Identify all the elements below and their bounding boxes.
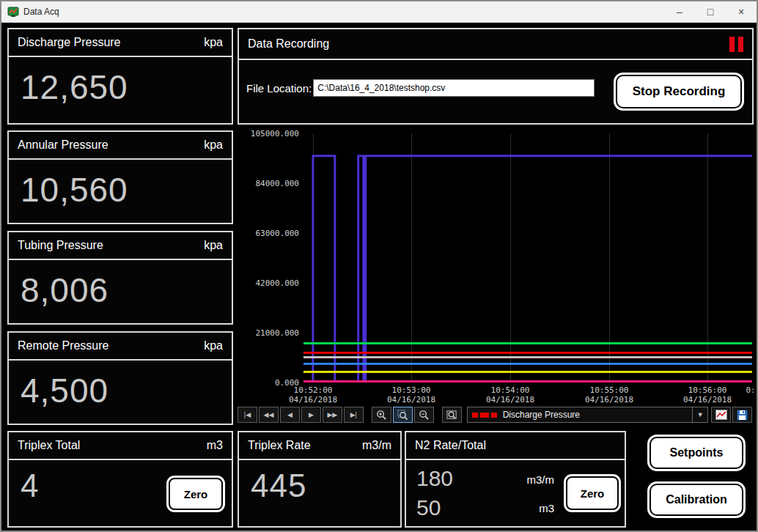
chart-fast-back-button[interactable]: ◀◀ bbox=[259, 407, 279, 423]
chart-toolbar: |◀ ◀◀ ◀ ▶ ▶▶ ▶| bbox=[238, 406, 752, 424]
discharge-pressure-panel: Discharge Pressure kpa 12,650 bbox=[7, 28, 233, 125]
chart-save-button[interactable] bbox=[732, 407, 752, 423]
n2-zero-button[interactable]: Zero bbox=[566, 476, 619, 510]
panel-header: Triplex Total m3 bbox=[9, 432, 232, 460]
panel-title: Discharge Pressure bbox=[18, 36, 121, 49]
gauge-value: 10,560 bbox=[21, 170, 128, 210]
trace-magenta bbox=[303, 380, 752, 383]
panel-header: Remote Pressure kpa bbox=[9, 333, 232, 361]
annular-pressure-panel: Annular Pressure kpa 10,560 bbox=[7, 130, 233, 224]
chart-last-button[interactable]: ▶| bbox=[344, 407, 364, 423]
tubing-pressure-panel: Tubing Pressure kpa 8,006 bbox=[7, 231, 233, 325]
y-tick-label: 105000.000 bbox=[251, 129, 299, 138]
triplex-rate-panel: Triplex Rate m3/m 445 bbox=[238, 431, 402, 528]
panel-title: Tubing Pressure bbox=[18, 239, 103, 252]
app-icon bbox=[7, 6, 19, 18]
panel-unit: kpa bbox=[204, 339, 223, 352]
gauge-value: 4 bbox=[21, 468, 39, 504]
x-tick-label: 10:53:0004/16/2018 bbox=[387, 385, 435, 404]
plot-area[interactable] bbox=[303, 133, 752, 383]
panel-header: Discharge Pressure kpa bbox=[9, 29, 232, 57]
minimize-button[interactable]: – bbox=[664, 1, 695, 22]
chart-fast-forward-button[interactable]: ▶▶ bbox=[323, 407, 342, 423]
chart-back-button[interactable]: ◀ bbox=[280, 407, 300, 423]
file-location-row: File Location: bbox=[246, 79, 595, 97]
title-bar: Data Acq – □ × bbox=[1, 1, 757, 23]
zoom-box-icon bbox=[397, 410, 408, 421]
step-trace-layer bbox=[303, 133, 752, 383]
y-tick-label: 84000.000 bbox=[255, 179, 299, 188]
remote-pressure-panel: Remote Pressure kpa 4,500 bbox=[7, 331, 233, 425]
file-location-label: File Location: bbox=[246, 82, 312, 95]
panel-header: Triplex Rate m3/m bbox=[239, 432, 400, 460]
panel-unit: kpa bbox=[204, 36, 223, 49]
gauge-value: 445 bbox=[251, 468, 306, 504]
panel-title: Triplex Total bbox=[18, 439, 80, 452]
chart-forward-button[interactable]: ▶ bbox=[301, 407, 321, 423]
trace-remote-pressure bbox=[303, 371, 752, 373]
zoom-box-button[interactable] bbox=[393, 407, 413, 423]
trace-tubing-pressure bbox=[303, 363, 752, 365]
y-tick-label: 21000.000 bbox=[255, 328, 299, 338]
pause-bar bbox=[738, 37, 743, 52]
n2-rate-unit: m3/m bbox=[527, 473, 555, 486]
n2-total-unit: m3 bbox=[539, 502, 554, 514]
close-button[interactable]: × bbox=[726, 1, 757, 22]
trace-purple-step bbox=[303, 156, 752, 383]
zoom-in-icon bbox=[376, 410, 387, 421]
chart-image-button[interactable] bbox=[711, 407, 731, 423]
n2-rate-value: 180 bbox=[416, 466, 453, 491]
trace-annular-pressure bbox=[303, 356, 752, 358]
gauge-value: 8,006 bbox=[21, 270, 108, 310]
window-title: Data Acq bbox=[23, 7, 59, 17]
file-location-input[interactable] bbox=[313, 79, 595, 97]
trace-discharge-pressure bbox=[303, 352, 752, 354]
trace-green bbox=[303, 342, 752, 344]
legend-label: Discharge Pressure bbox=[503, 410, 580, 420]
legend-color-sample bbox=[472, 413, 497, 418]
legend-combo[interactable]: Discharge Pressure ▼ bbox=[467, 407, 709, 423]
panel-header: N2 Rate/Total bbox=[406, 432, 625, 460]
panel-unit: kpa bbox=[204, 239, 223, 252]
setpoints-button[interactable]: Setpoints bbox=[650, 437, 743, 469]
panel-title: N2 Rate/Total bbox=[415, 439, 486, 452]
window-controls: – □ × bbox=[664, 1, 757, 22]
panel-unit: kpa bbox=[204, 138, 223, 152]
gauge-value: 4,500 bbox=[21, 371, 108, 410]
zoom-out-icon bbox=[419, 410, 430, 421]
n2-rate-total-panel: N2 Rate/Total 180 m3/m 50 m3 Zero bbox=[405, 431, 626, 528]
y-axis: 105000.00084000.00063000.00042000.000210… bbox=[238, 128, 302, 388]
triplex-zero-button[interactable]: Zero bbox=[169, 478, 223, 510]
panel-title: Data Recording bbox=[248, 37, 329, 51]
zoom-in-button[interactable] bbox=[372, 407, 391, 423]
panel-title: Remote Pressure bbox=[18, 339, 109, 352]
trend-chart: 105000.00084000.00063000.00042000.000210… bbox=[238, 128, 754, 425]
panel-header: Annular Pressure kpa bbox=[9, 132, 232, 160]
y-tick-label: 63000.000 bbox=[255, 229, 299, 238]
calibration-button[interactable]: Calibration bbox=[650, 484, 743, 516]
chevron-down-icon[interactable]: ▼ bbox=[692, 407, 707, 422]
panel-header: Data Recording bbox=[239, 29, 752, 60]
app-window: Data Acq – □ × Discharge Pressure kpa 12… bbox=[0, 0, 758, 532]
data-recording-panel: Data Recording File Location: Stop Recor… bbox=[238, 28, 754, 125]
pause-bar bbox=[729, 37, 735, 52]
zoom-window-icon bbox=[446, 410, 457, 421]
n2-total-value: 50 bbox=[416, 495, 441, 520]
panel-title: Triplex Rate bbox=[248, 439, 311, 452]
x-tick-label: 10:54:0004/16/2018 bbox=[486, 385, 534, 404]
zoom-out-button[interactable] bbox=[414, 407, 434, 423]
pause-icon bbox=[726, 37, 743, 52]
x-tick-label: 10:52:0004/16/2018 bbox=[289, 385, 337, 404]
panel-title: Annular Pressure bbox=[18, 138, 108, 152]
zoom-window-button[interactable] bbox=[442, 407, 462, 423]
panel-unit: m3/m bbox=[362, 439, 391, 452]
y-tick-label: 42000.000 bbox=[255, 278, 299, 288]
panel-unit: m3 bbox=[207, 439, 223, 452]
chart-first-button[interactable]: |◀ bbox=[238, 407, 257, 423]
chart-image-icon bbox=[715, 410, 727, 420]
x-axis: 10:52:0004/16/201810:53:0004/16/201810:5… bbox=[303, 385, 752, 406]
save-icon bbox=[737, 410, 748, 421]
x-tick-label: 10:56:0004/16/2018 bbox=[683, 385, 732, 404]
maximize-button[interactable]: □ bbox=[695, 1, 726, 22]
stop-recording-button[interactable]: Stop Recording bbox=[616, 75, 742, 108]
